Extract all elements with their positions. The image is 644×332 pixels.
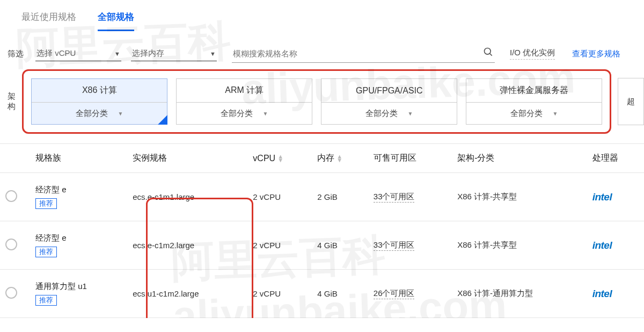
search-wrap [232,45,495,63]
search-icon[interactable] [483,47,494,60]
col-mem[interactable]: 内存▲▼ [312,144,368,173]
recommend-badge: 推荐 [35,198,57,209]
col-family[interactable]: 规格族 [30,144,127,173]
table-row[interactable]: 经济型 e推荐 ecs.e-c1m2.large 2 vCPU 4 GiB 33… [0,221,644,270]
vcpu-select-text: 选择 vCPU [36,48,76,59]
sort-icon: ▲▼ [336,155,342,162]
chevron-down-icon: ▼ [262,111,268,117]
arch-label: 架构 [8,91,22,112]
arch-card-gpu[interactable]: GPU/FPGA/ASIC 全部分类 ▼ [321,78,457,125]
spec-cell: ecs.u1-c1m2.large [127,270,247,318]
tab-recent[interactable]: 最近使用规格 [21,11,76,31]
arch-card-arm[interactable]: ARM 计算 全部分类 ▼ [176,78,312,125]
svg-point-0 [485,48,491,55]
search-input[interactable] [233,49,483,58]
arch-row: 架构 X86 计算 全部分类 ▼ ARM 计算 全部分类 ▼ GPU/FPGA/… [0,68,644,135]
spec-table: 规格族 实例规格 vCPU▲▼ 内存▲▼ 可售可用区 架构-分类 处理器 经济型… [0,143,644,318]
spec-tabs: 最近使用规格 全部规格 [0,0,644,32]
arch-card-extra[interactable]: 超 [618,78,644,125]
arch-card-baremetal[interactable]: 弹性裸金属服务器 全部分类 ▼ [466,78,602,125]
az-cell[interactable]: 33个可用区 [374,240,415,251]
chevron-down-icon: ▼ [114,50,120,57]
chevron-down-icon: ▼ [552,111,558,117]
col-vcpu[interactable]: vCPU▲▼ [247,144,312,173]
family-name: 通用算力型 u1 [35,282,122,292]
row-radio[interactable] [5,287,17,299]
chevron-down-icon: ▼ [407,111,413,117]
spec-cell: ecs.e-c1m2.large [127,221,247,270]
sort-icon: ▲▼ [277,155,283,162]
arch-card-sub[interactable]: 全部分类 ▼ [321,103,457,124]
arch-card-title: ARM 计算 [177,79,312,103]
intel-logo: intel [592,191,612,203]
memory-select[interactable]: 选择内存 ▼ [131,46,217,61]
svg-line-1 [490,54,492,56]
arch-card-title: X86 计算 [32,79,167,103]
table-row[interactable]: 经济型 e推荐 ecs.e-c1m1.large 2 vCPU 2 GiB 33… [0,173,644,221]
col-radio [0,144,30,173]
archcat-cell: X86 计算-通用算力型 [452,270,587,318]
archcat-cell: X86 计算-共享型 [452,221,587,270]
family-name: 经济型 e [35,185,122,195]
col-spec[interactable]: 实例规格 [127,144,247,173]
row-radio[interactable] [5,239,17,250]
filter-row: 筛选 选择 vCPU ▼ 选择内存 ▼ I/O 优化实例 查看更多规格 [0,32,644,68]
col-archcat[interactable]: 架构-分类 [452,144,587,173]
row-radio[interactable] [5,190,17,202]
recommend-badge: 推荐 [35,247,57,257]
arch-card-title: 弹性裸金属服务器 [466,79,602,103]
az-cell[interactable]: 26个可用区 [374,288,415,299]
az-cell[interactable]: 33个可用区 [374,192,415,203]
mem-cell: 4 GiB [312,221,368,270]
io-optimized-label: I/O 优化实例 [510,48,555,60]
arch-card-x86[interactable]: X86 计算 全部分类 ▼ [31,78,167,125]
memory-select-text: 选择内存 [132,48,164,59]
arch-card-sub[interactable]: 全部分类 ▼ [466,103,602,124]
vcpu-cell: 2 vCPU [247,221,312,270]
mem-cell: 2 GiB [312,173,368,221]
intel-logo: intel [592,288,612,299]
vcpu-cell: 2 vCPU [247,270,312,318]
vcpu-cell: 2 vCPU [247,173,312,221]
tab-all[interactable]: 全部规格 [98,11,134,31]
col-cpu[interactable]: 处理器 [587,144,644,173]
chevron-down-icon: ▼ [118,111,123,117]
mem-cell: 4 GiB [312,270,368,318]
arch-card-title: GPU/FPGA/ASIC [321,79,457,103]
arch-cards: X86 计算 全部分类 ▼ ARM 计算 全部分类 ▼ GPU/FPGA/ASI… [22,69,611,134]
chevron-down-icon: ▼ [210,50,216,57]
intel-logo: intel [592,240,612,251]
check-corner-icon [158,115,167,125]
col-az[interactable]: 可售可用区 [368,144,452,173]
arch-card-sub[interactable]: 全部分类 ▼ [32,103,167,124]
arch-card-sub[interactable]: 全部分类 ▼ [177,103,312,124]
recommend-badge: 推荐 [35,295,57,306]
family-name: 经济型 e [35,233,122,243]
spec-cell: ecs.e-c1m1.large [127,173,247,221]
vcpu-select[interactable]: 选择 vCPU ▼ [35,46,121,61]
archcat-cell: X86 计算-共享型 [452,173,587,221]
filter-label: 筛选 [8,49,24,59]
table-row[interactable]: 通用算力型 u1推荐 ecs.u1-c1m2.large 2 vCPU 4 Gi… [0,270,644,318]
more-specs-link[interactable]: 查看更多规格 [572,49,620,59]
